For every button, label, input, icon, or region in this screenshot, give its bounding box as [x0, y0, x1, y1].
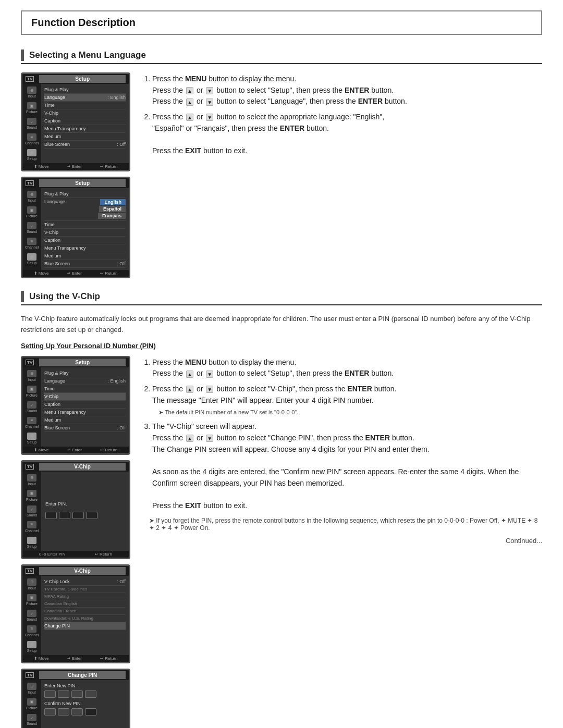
section-selecting-language: Selecting a Menu Language TV Setup ⊕ Inp…: [21, 50, 542, 278]
tv2-row-vchip: V-Chip: [44, 229, 126, 237]
tv2-row-time: Time: [44, 221, 126, 229]
pin-box-1: [45, 512, 57, 519]
tv1-row-caption: Caption: [44, 117, 126, 125]
tv6-title: Change PIN: [39, 671, 126, 679]
tv-screen-4: TV V-Chip ⊕ Input ▣ Picture: [21, 460, 130, 559]
up-arrow-s2-1a: ▲: [186, 371, 193, 378]
tv-screen-3: TV Setup ⊕ Input ▣ Picture: [21, 356, 130, 455]
down-arrow-s2-2a: ▼: [206, 386, 213, 393]
enter-pin-label: Enter PIN.: [45, 501, 67, 507]
up-arrow-s2-3a: ▲: [186, 435, 193, 442]
section-vchip: Using the V-Chip The V-Chip feature auto…: [21, 291, 542, 728]
tv4-icon-sound: ♪ Sound: [22, 504, 41, 519]
section2-step3: The "V-Chip" screen will appear. Press t…: [152, 421, 542, 512]
tv3-row-medium: Medium: [44, 416, 126, 424]
tv4-icon-setup: ⚙ Setup: [22, 535, 41, 550]
tv5-icon-input: ⊕ Input: [22, 577, 41, 591]
tv-screen-2: TV Setup ⊕ Input ▣ Picture: [21, 177, 130, 278]
tv4-icons: ⊕ Input ▣ Picture ♪ Sound ≡: [22, 472, 41, 551]
pin-box-4: [86, 512, 97, 519]
section2-instructions: Press the MENU button to display the men…: [143, 356, 542, 728]
tv3-logo: TV: [26, 360, 34, 365]
tv6-icon-sound: ♪ Sound: [22, 712, 41, 727]
tv3-row-caption: Caption: [44, 401, 126, 409]
tv2-menu: Plug & Play Language English Español Fra…: [41, 188, 129, 270]
tv2-row-menutrans: Menu Transparency: [44, 244, 126, 252]
tv5-row-mpaa: MPAA Rating: [44, 593, 126, 600]
tv1-icons: ⊕ Input ▣ Picture ♪ Sound ≡: [22, 84, 41, 163]
up-arrow-icon3: ▲: [186, 114, 193, 121]
tv2-icon-setup: ⚙ Setup: [22, 252, 41, 266]
page-title: Function Description: [31, 17, 532, 29]
tv4-icon-picture: ▣ Picture: [22, 488, 41, 503]
tv4-icon-channel: ≡ Channel: [22, 520, 41, 534]
tv6-menu: Enter New PIN. Confirm New PIN.: [41, 680, 129, 728]
tv3-icon-input: ⊕ Input: [22, 368, 41, 383]
section2-steps: Press the MENU button to display the men…: [143, 357, 542, 512]
section2-header: Using the V-Chip: [21, 291, 542, 305]
vchip-intro: The V-Chip feature automatically locks o…: [21, 314, 542, 336]
tv5-row-tvparental: TV Parental Guidelines: [44, 586, 126, 593]
tv3-icon-setup: ⚙ Setup: [22, 431, 41, 446]
tv2-icon-channel: ≡ Channel: [22, 236, 41, 251]
tv3-row-time: Time: [44, 385, 126, 393]
tv5-icon-setup: ⚙ Setup: [22, 639, 41, 654]
tv2-row-language: Language English Español Français: [44, 198, 126, 221]
tv2-icons: ⊕ Input ▣ Picture ♪ Sound ≡: [22, 188, 41, 270]
tv1-icon-picture: ▣ Picture: [22, 101, 41, 115]
tv5-menu: V-Chip Lock: Off TV Parental Guidelines …: [41, 576, 129, 655]
tv5-row-dlus: Downloadable U.S. Rating: [44, 615, 126, 622]
up-arrow-icon: ▲: [186, 87, 193, 94]
lang-english: English: [100, 199, 126, 205]
tv3-row-plugplay: Plug & Play: [44, 369, 126, 377]
tv4-logo: TV: [26, 464, 34, 470]
tv3-icon-picture: ▣ Picture: [22, 384, 41, 399]
new-pin-box-3: [71, 690, 83, 698]
confirm-pin-box-2: [58, 708, 69, 715]
tv2-topbar: TV Setup: [22, 178, 129, 188]
tv4-icon-input: ⊕ Input: [22, 473, 41, 487]
tv2-icon-sound: ♪ Sound: [22, 220, 41, 235]
tv5-row-canenglish: Canadian English: [44, 600, 126, 608]
subsection-pin-title: Setting Up Your Personal ID Number (PIN): [21, 342, 542, 350]
tv1-topbar: TV Setup: [22, 74, 129, 84]
tv1-row-medium: Medium: [44, 133, 126, 141]
tv3-icon-sound: ♪ Sound: [22, 400, 41, 414]
tv1-icon-setup: ⚙ Setup: [22, 147, 41, 162]
tv2-bottombar: ⬆ Move ↵ Enter ↩ Return: [22, 270, 129, 277]
section1-steps: Press the MENU button to display the men…: [143, 73, 542, 157]
function-description-box: Function Description: [21, 10, 542, 35]
confirm-pin-box-1: [44, 708, 56, 715]
tv2-icon-picture: ▣ Picture: [22, 205, 41, 219]
tv5-body: ⊕ Input ▣ Picture ♪ Sound ≡: [22, 576, 129, 655]
tv1-row-menutrans: Menu Transparency: [44, 125, 126, 133]
tv3-row-bluescreen: Blue Screen: Off: [44, 424, 126, 432]
tv1-menu: Plug & Play Language: English Time V-Chi…: [41, 84, 129, 163]
tv6-icons: ⊕ Input ▣ Picture ♪ Sound ≡: [22, 680, 41, 728]
tv3-icon-channel: ≡ Channel: [22, 415, 41, 430]
tv4-title: V-Chip: [39, 463, 126, 471]
continued-label: Continued...: [143, 537, 542, 545]
pin-box-2: [59, 512, 70, 519]
tv6-icon-picture: ▣ Picture: [22, 697, 41, 711]
tv5-icon-picture: ▣ Picture: [22, 593, 41, 607]
confirm-new-pin-label: Confirm New PIN.: [44, 701, 126, 706]
tv2-body: ⊕ Input ▣ Picture ♪ Sound ≡: [22, 188, 129, 270]
confirm-pin-boxes: [44, 708, 126, 715]
down-arrow-s2-1a: ▼: [206, 371, 213, 378]
tv-screen-6: TV Change PIN ⊕ Input ▣ Picture: [21, 669, 130, 728]
tv2-row-bluescreen: Blue Screen: Off: [44, 260, 126, 268]
new-pin-box-2: [58, 690, 69, 698]
new-pin-boxes: [44, 690, 126, 698]
tv1-icon-input: ⊕ Input: [22, 85, 41, 100]
tv5-icon-channel: ≡ Channel: [22, 624, 41, 638]
down-arrow-s2-3a: ▼: [206, 435, 213, 442]
pin-box-3: [72, 512, 84, 519]
tv1-logo: TV: [26, 76, 34, 82]
tv5-icon-sound: ♪ Sound: [22, 608, 41, 623]
down-arrow-icon: ▼: [206, 87, 213, 94]
section1-instructions: Press the MENU button to display the men…: [143, 72, 542, 278]
tv1-icon-channel: ≡ Channel: [22, 132, 41, 146]
enter-new-pin-label: Enter New PIN.: [44, 683, 126, 688]
tv1-row-vchip: V-Chip: [44, 109, 126, 117]
